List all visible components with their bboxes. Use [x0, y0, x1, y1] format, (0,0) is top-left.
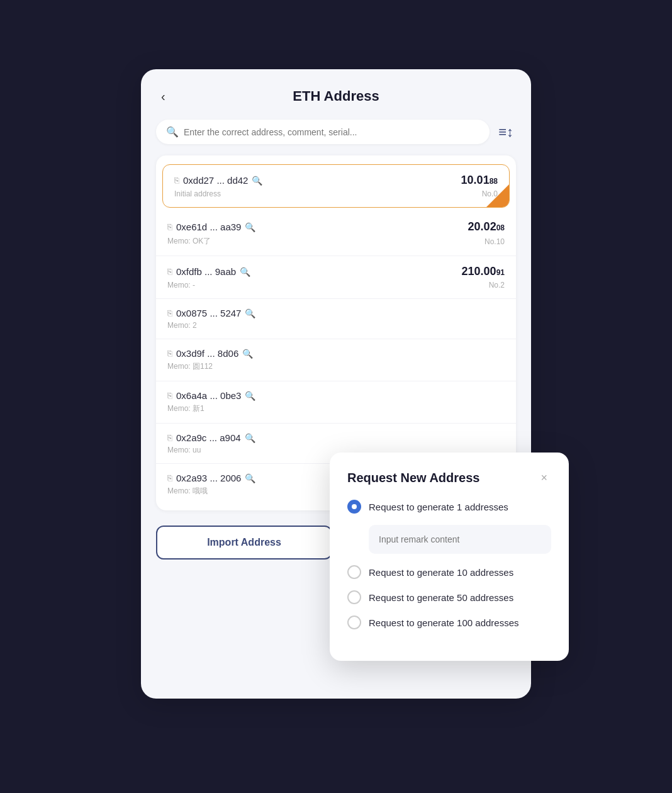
back-icon: ‹ [161, 89, 165, 103]
no-label: No.10 [484, 237, 505, 246]
modal-header: Request New Address × [347, 470, 551, 486]
address-item[interactable]: ⎘ 0x6a4a ... 0be3 🔍 Memo: 新1 [156, 381, 516, 424]
copy-icon[interactable]: ⎘ [167, 433, 172, 442]
amount: 10.0188 [461, 174, 498, 187]
address-text: 0x2a9c ... a904 [176, 432, 241, 443]
amount-main: 10.01 [461, 174, 490, 187]
amount-dec: 08 [496, 223, 505, 232]
radio-label-1: Request to generate 10 addresses [369, 567, 513, 578]
amount-main: 210.00 [462, 265, 496, 278]
search-input-wrap: 🔍 [156, 120, 490, 144]
amount-dec: 91 [496, 268, 505, 277]
radio-option-3[interactable]: Request to generate 100 addresses [347, 616, 551, 629]
modal-close-button[interactable]: × [537, 470, 551, 486]
search-bar: 🔍 ≡↕ [156, 120, 516, 144]
radio-label-2: Request to generate 50 addresses [369, 592, 513, 603]
address-text: 0xe61d ... aa39 [176, 222, 241, 232]
search-address-icon[interactable]: 🔍 [242, 349, 253, 359]
no-label: No.2 [489, 281, 505, 290]
amount-main: 20.02 [468, 220, 496, 233]
memo-text: Memo: 哦哦 [167, 486, 208, 497]
address-text: 0x0875 ... 5247 [176, 308, 241, 318]
memo-text: Memo: 圆112 [167, 361, 213, 372]
radio-option-0[interactable]: Request to generate 1 addresses [347, 500, 551, 514]
memo-text: Memo: uu [167, 446, 201, 454]
radio-label-0: Request to generate 1 addresses [369, 502, 508, 512]
search-address-icon[interactable]: 🔍 [245, 222, 255, 232]
radio-circle-1 [347, 565, 361, 579]
amount: 20.0208 [468, 220, 505, 233]
search-input[interactable] [184, 127, 479, 137]
copy-icon[interactable]: ⎘ [174, 176, 179, 185]
address-item[interactable]: ⎘ 0x3d9f ... 8d06 🔍 Memo: 圆112 [156, 339, 516, 381]
header: ‹ ETH Address [156, 88, 516, 104]
search-address-icon[interactable]: 🔍 [245, 433, 255, 443]
import-address-button[interactable]: Import Address [156, 526, 332, 560]
radio-label-3: Request to generate 100 addresses [369, 617, 519, 628]
main-card: ‹ ETH Address 🔍 ≡↕ ⎘ 0xdd27 ... dd42 🔍 [141, 69, 531, 699]
search-icon: 🔍 [166, 126, 179, 138]
copy-icon[interactable]: ⎘ [167, 222, 172, 232]
copy-icon[interactable]: ⎘ [167, 308, 172, 318]
memo-text: Memo: 新1 [167, 403, 204, 414]
address-text: 0xfdfb ... 9aab [176, 266, 236, 277]
memo-text: Memo: - [167, 281, 195, 290]
address-item[interactable]: ⎘ 0xfdfb ... 9aab 🔍 210.0091 Memo: - No.… [156, 256, 516, 299]
address-text: 0xdd27 ... dd42 [183, 175, 248, 186]
modal-options: Request to generate 1 addresses Request … [347, 500, 551, 629]
memo-text: Memo: 2 [167, 321, 197, 330]
filter-icon: ≡↕ [498, 124, 513, 140]
copy-icon[interactable]: ⎘ [167, 349, 172, 358]
radio-circle-0 [347, 500, 361, 514]
amount-dec: 88 [490, 177, 498, 186]
request-new-address-modal: Request New Address × Request to generat… [330, 453, 569, 661]
remark-input[interactable] [379, 534, 541, 544]
copy-icon[interactable]: ⎘ [167, 473, 172, 483]
remark-input-wrap [369, 525, 551, 554]
search-address-icon[interactable]: 🔍 [252, 176, 262, 186]
radio-circle-2 [347, 590, 361, 604]
copy-icon[interactable]: ⎘ [167, 391, 172, 400]
address-text: 0x2a93 ... 2006 [176, 473, 241, 483]
radio-option-2[interactable]: Request to generate 50 addresses [347, 590, 551, 604]
amount: 210.0091 [462, 265, 505, 278]
address-text: 0x3d9f ... 8d06 [176, 348, 238, 359]
address-text: 0x6a4a ... 0be3 [176, 390, 241, 401]
radio-option-1[interactable]: Request to generate 10 addresses [347, 565, 551, 579]
search-address-icon[interactable]: 🔍 [245, 391, 255, 401]
radio-circle-3 [347, 616, 361, 629]
filter-button[interactable]: ≡↕ [496, 121, 516, 143]
search-address-icon[interactable]: 🔍 [245, 473, 255, 483]
search-address-icon[interactable]: 🔍 [245, 308, 255, 318]
back-button[interactable]: ‹ [156, 87, 171, 106]
address-item[interactable]: ⎘ 0x0875 ... 5247 🔍 Memo: 2 [156, 299, 516, 339]
page-title: ETH Address [293, 88, 379, 104]
search-address-icon[interactable]: 🔍 [240, 267, 250, 277]
memo-text: Memo: OK了 [167, 236, 211, 247]
copy-icon[interactable]: ⎘ [167, 267, 172, 276]
modal-title: Request New Address [347, 471, 479, 485]
memo-text: Initial address [174, 189, 221, 198]
address-item[interactable]: ⎘ 0xdd27 ... dd42 🔍 10.0188 Initial addr… [162, 164, 510, 208]
no-label: No.0 [482, 189, 498, 198]
address-item[interactable]: ⎘ 0xe61d ... aa39 🔍 20.0208 Memo: OK了 No… [156, 211, 516, 256]
app-container: ‹ ETH Address 🔍 ≡↕ ⎘ 0xdd27 ... dd42 🔍 [122, 50, 550, 743]
